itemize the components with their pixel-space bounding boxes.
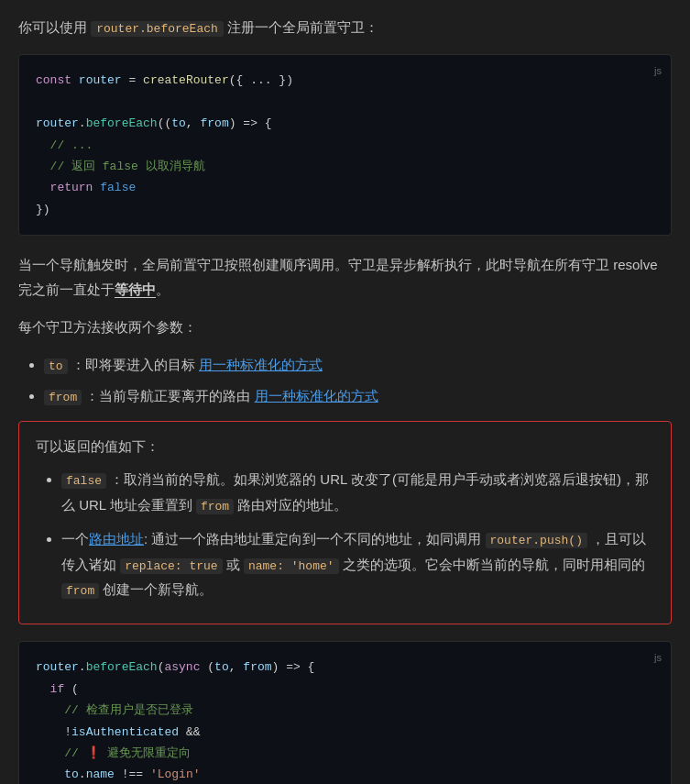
c2-line-2: if (: [36, 679, 654, 700]
intro-text-before: 你可以使用: [18, 19, 91, 35]
param-from-link[interactable]: 用一种标准化的方式: [255, 388, 378, 403]
route-text-before: 一个: [61, 531, 89, 547]
code-line-5: // 返回 false 以取消导航: [36, 156, 654, 177]
param-from-text: ：当前导航正要离开的路由: [85, 388, 254, 403]
para1-text-after: 。: [156, 282, 170, 297]
intro-code: router.beforeEach: [91, 21, 224, 37]
page-content: 你可以使用 router.beforeEach 注册一个全局前置守卫： js c…: [0, 0, 690, 784]
paragraph-2: 每个守卫方法接收两个参数：: [18, 315, 672, 339]
false-from-code: from: [196, 499, 234, 514]
intro-text-after: 注册一个全局前置守卫：: [224, 19, 378, 35]
route-text5: 创建一个新导航。: [99, 581, 213, 597]
intro-paragraph: 你可以使用 router.beforeEach 注册一个全局前置守卫：: [18, 15, 672, 39]
param-to-link[interactable]: 用一种标准化的方式: [199, 357, 323, 372]
code-line-2: [36, 92, 654, 113]
param-to-code: to: [44, 359, 68, 374]
params-list: to ：即将要进入的目标 用一种标准化的方式 from ：当前导航正要离开的路由…: [18, 352, 672, 408]
wait-text: 等待中: [115, 282, 156, 298]
code-block-2: js router.beforeEach(async (to, from) =>…: [18, 641, 672, 784]
param-to-text: ：即将要进入的目标: [71, 357, 199, 372]
false-code: false: [61, 473, 106, 489]
route-text3: 或: [223, 557, 244, 572]
js-label-1: js: [654, 62, 662, 81]
route-text1: : 通过一个路由地址重定向到一个不同的地址，如同调用: [144, 531, 486, 547]
route-from-code: from: [61, 583, 99, 599]
page-wrapper: 你可以使用 router.beforeEach 注册一个全局前置守卫： js c…: [0, 0, 690, 784]
js-label-2: js: [654, 649, 662, 668]
replace-code: replace: true: [120, 558, 222, 574]
router-push-code: router.push(): [486, 533, 587, 548]
code-line-7: }): [36, 199, 654, 220]
highlight-box: 可以返回的值如下： false ：取消当前的导航。如果浏览器的 URL 改变了(…: [18, 421, 672, 624]
c2-line-3: // 检查用户是否已登录: [36, 700, 654, 721]
route-address-link[interactable]: 路由地址: [89, 531, 144, 547]
param-to: to ：即将要进入的目标 用一种标准化的方式: [44, 352, 672, 377]
highlight-item-false: false ：取消当前的导航。如果浏览器的 URL 改变了(可能是用户手动或者浏…: [61, 467, 654, 517]
route-text4: 之类的选项。它会中断当前的导航，同时用相同的: [339, 557, 645, 572]
code-block-1: js const router = createRouter({ ... }) …: [18, 54, 672, 236]
c2-line-6: to.name !== 'Login': [36, 764, 654, 784]
c2-line-4: !isAuthenticated &&: [36, 722, 654, 743]
c2-line-1: router.beforeEach(async (to, from) => {: [36, 657, 654, 678]
param-from: from ：当前导航正要离开的路由 用一种标准化的方式: [44, 383, 672, 408]
highlight-item-route: 一个路由地址: 通过一个路由地址重定向到一个不同的地址，如同调用 router.…: [61, 526, 654, 602]
name-home-code: name: 'home': [244, 558, 339, 574]
false-text2: 路由对应的地址。: [237, 497, 347, 513]
code-line-1: const router = createRouter({ ... }): [36, 70, 654, 91]
code-line-6: return false: [36, 177, 654, 198]
code-line-4: // ...: [36, 135, 654, 156]
param-from-code: from: [44, 390, 82, 405]
paragraph-1: 当一个导航触发时，全局前置守卫按照创建顺序调用。守卫是异步解析执行，此时导航在所…: [18, 252, 672, 302]
false-text1: ：取消当前的导航。如果浏览器的 URL 改变了(可能是用户手动或者浏览器后退按钮…: [61, 471, 649, 512]
highlight-list: false ：取消当前的导航。如果浏览器的 URL 改变了(可能是用户手动或者浏…: [36, 467, 654, 602]
box-title: 可以返回的值如下：: [36, 435, 654, 458]
code-line-3: router.beforeEach((to, from) => {: [36, 113, 654, 134]
c2-line-5: // ❗ 避免无限重定向: [36, 743, 654, 764]
